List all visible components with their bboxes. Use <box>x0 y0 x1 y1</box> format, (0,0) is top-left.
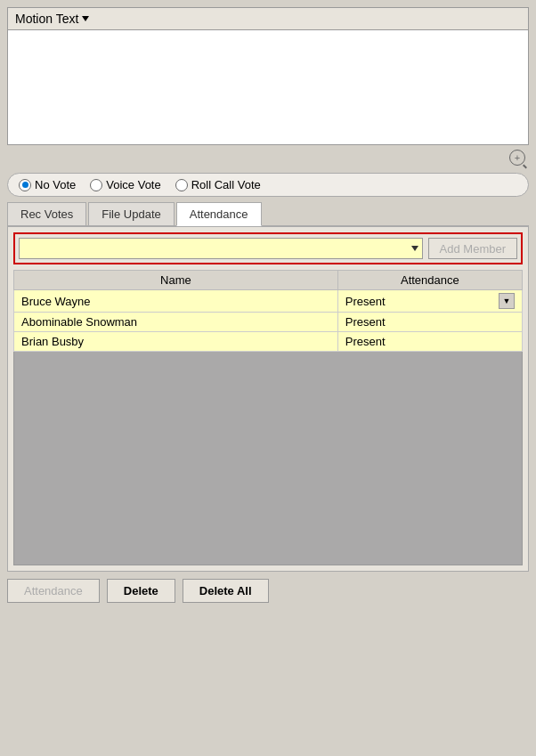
motion-text-dropdown-arrow[interactable] <box>82 16 89 21</box>
no-vote-radio-fill <box>22 182 28 188</box>
main-container: Motion Text + No Vote Voice Vote Roll Ca… <box>7 7 529 603</box>
member-select-dropdown[interactable] <box>19 238 423 259</box>
no-vote-label: No Vote <box>35 178 76 191</box>
row-1-attendance-dropdown[interactable]: ▼ <box>499 293 515 309</box>
table-row: Abominable Snowman Present <box>14 313 523 332</box>
col-header-name: Name <box>14 271 338 290</box>
delete-button[interactable]: Delete <box>107 579 175 603</box>
row-2-status-inner: Present <box>345 315 515 329</box>
row-1-dropdown-arrow-icon: ▼ <box>503 297 511 305</box>
zoom-icon[interactable]: + <box>509 150 525 166</box>
voice-vote-option[interactable]: Voice Vote <box>90 178 160 191</box>
attendance-button[interactable]: Attendance <box>7 579 100 603</box>
delete-all-button[interactable]: Delete All <box>183 579 269 603</box>
row-3-status-text: Present <box>345 335 386 348</box>
table-row: Brian Busby Present <box>14 332 523 352</box>
no-vote-option[interactable]: No Vote <box>19 178 76 191</box>
row-1-status-text: Present <box>345 295 386 308</box>
add-member-button[interactable]: Add Member <box>428 238 517 259</box>
roll-call-vote-option[interactable]: Roll Call Vote <box>175 178 261 191</box>
vote-options-group: No Vote Voice Vote Roll Call Vote <box>7 173 529 197</box>
tab-file-update[interactable]: File Update <box>88 202 174 225</box>
col-header-attendance: Attendance <box>337 271 522 290</box>
row-2-status-text: Present <box>345 315 386 329</box>
motion-text-input[interactable] <box>7 29 529 145</box>
no-vote-radio[interactable] <box>19 179 31 191</box>
add-member-row: Add Member <box>13 232 523 264</box>
tabs-container: Rec Votes File Update Attendance <box>7 202 529 226</box>
row-2-name: Abominable Snowman <box>14 313 338 332</box>
row-1-status-inner: Present ▼ <box>345 293 515 309</box>
table-row: Bruce Wayne Present ▼ <box>14 290 523 313</box>
row-1-attendance[interactable]: Present ▼ <box>337 290 522 313</box>
voice-vote-radio[interactable] <box>90 179 102 191</box>
empty-area <box>13 352 523 565</box>
row-3-name: Brian Busby <box>14 332 338 352</box>
row-3-status-inner: Present <box>345 335 515 348</box>
row-1-name: Bruce Wayne <box>14 290 338 313</box>
tab-attendance[interactable]: Attendance <box>176 202 262 226</box>
attendance-panel: Add Member Name Attendance Bruce Wayne P… <box>7 226 529 572</box>
tab-rec-votes[interactable]: Rec Votes <box>7 202 86 225</box>
attendance-table: Name Attendance Bruce Wayne Present ▼ <box>13 270 523 352</box>
motion-text-header[interactable]: Motion Text <box>7 7 529 29</box>
roll-call-vote-radio[interactable] <box>175 179 188 191</box>
row-3-attendance[interactable]: Present <box>337 332 522 352</box>
roll-call-vote-label: Roll Call Vote <box>191 178 261 191</box>
bottom-buttons: Attendance Delete Delete All <box>7 579 529 603</box>
row-2-attendance[interactable]: Present <box>337 313 522 332</box>
member-dropdown-arrow-icon <box>411 246 418 251</box>
zoom-container: + <box>7 148 529 167</box>
motion-text-label: Motion Text <box>15 12 78 26</box>
voice-vote-label: Voice Vote <box>106 178 160 191</box>
